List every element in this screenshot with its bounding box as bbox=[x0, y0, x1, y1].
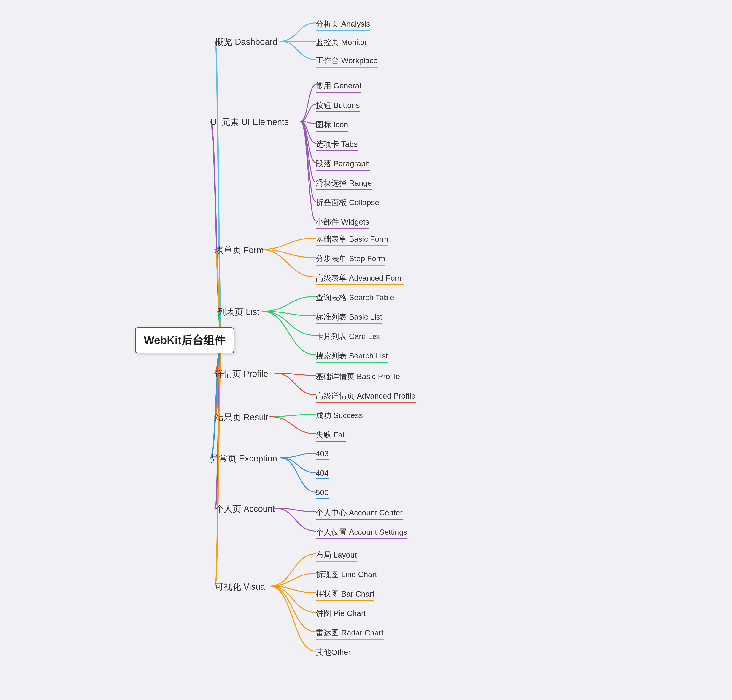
leaf-node-account-0[interactable]: 个人中心 Account Center bbox=[316, 507, 403, 520]
leaf-node-ui-elements-5[interactable]: 滑块选择 Range bbox=[316, 178, 372, 190]
leaf-node-list-2[interactable]: 卡片列表 Card List bbox=[316, 331, 380, 343]
leaf-node-visual-3[interactable]: 饼图 Pie Chart bbox=[316, 608, 366, 621]
leaf-node-form-1[interactable]: 分步表单 Step Form bbox=[316, 253, 385, 266]
leaf-node-ui-elements-1[interactable]: 按钮 Buttons bbox=[316, 100, 360, 112]
leaf-node-list-0[interactable]: 查询表格 Search Table bbox=[316, 292, 394, 304]
root-node[interactable]: WebKit后台组件 bbox=[135, 327, 234, 353]
branch-node-list[interactable]: 列表页 List bbox=[217, 306, 260, 318]
leaf-node-visual-2[interactable]: 柱状图 Bar Chart bbox=[316, 589, 374, 601]
leaf-node-visual-4[interactable]: 雷达图 Radar Chart bbox=[316, 628, 384, 640]
leaf-node-result-0[interactable]: 成功 Success bbox=[316, 410, 363, 422]
leaf-node-visual-0[interactable]: 布局 Layout bbox=[316, 550, 357, 562]
leaf-node-ui-elements-4[interactable]: 段落 Paragraph bbox=[316, 159, 370, 171]
leaf-node-dashboard-1[interactable]: 监控页 Monitor bbox=[316, 37, 367, 49]
branch-node-ui-elements[interactable]: UI 元素 UI Elements bbox=[210, 116, 289, 128]
leaf-node-profile-0[interactable]: 基础详情页 Basic Profile bbox=[316, 371, 400, 384]
leaf-node-list-3[interactable]: 搜索列表 Search List bbox=[316, 351, 388, 363]
leaf-node-dashboard-2[interactable]: 工作台 Workplace bbox=[316, 55, 378, 68]
leaf-node-ui-elements-3[interactable]: 选项卡 Tabs bbox=[316, 139, 358, 151]
leaf-node-account-1[interactable]: 个人设置 Account Settings bbox=[316, 527, 408, 539]
leaf-node-form-2[interactable]: 高级表单 Advanced Form bbox=[316, 273, 404, 285]
leaf-node-ui-elements-7[interactable]: 小部件 Widgets bbox=[316, 217, 369, 229]
branch-node-visual[interactable]: 可视化 Visual bbox=[215, 581, 267, 593]
leaf-node-ui-elements-0[interactable]: 常用 General bbox=[316, 81, 361, 93]
leaf-node-exception-2[interactable]: 500 bbox=[316, 488, 329, 499]
branch-node-result[interactable]: 结果页 Result bbox=[215, 412, 268, 423]
leaf-node-visual-1[interactable]: 折现图 Line Chart bbox=[316, 569, 377, 581]
leaf-node-exception-1[interactable]: 404 bbox=[316, 469, 329, 479]
leaf-node-ui-elements-6[interactable]: 折叠面板 Collapse bbox=[316, 197, 379, 209]
leaf-node-ui-elements-2[interactable]: 图标 Icon bbox=[316, 119, 348, 132]
branch-node-account[interactable]: 个人页 Account bbox=[215, 503, 275, 515]
branch-node-form[interactable]: 表单页 Form bbox=[215, 244, 264, 256]
leaf-node-profile-1[interactable]: 高级详情页 Advanced Profile bbox=[316, 391, 416, 403]
leaf-node-list-1[interactable]: 标准列表 Basic List bbox=[316, 312, 382, 324]
leaf-node-dashboard-0[interactable]: 分析页 Analysis bbox=[316, 19, 370, 31]
leaf-node-visual-5[interactable]: 其他Other bbox=[316, 647, 351, 659]
branch-node-dashboard[interactable]: 概览 Dashboard bbox=[215, 36, 277, 48]
branch-node-profile[interactable]: 详情页 Profile bbox=[215, 368, 268, 380]
leaf-node-exception-0[interactable]: 403 bbox=[316, 449, 329, 460]
leaf-node-form-0[interactable]: 基础表单 Basic Form bbox=[316, 234, 388, 246]
leaf-node-result-1[interactable]: 失败 Fail bbox=[316, 429, 346, 442]
branch-node-exception[interactable]: 异常页 Exception bbox=[210, 453, 277, 465]
